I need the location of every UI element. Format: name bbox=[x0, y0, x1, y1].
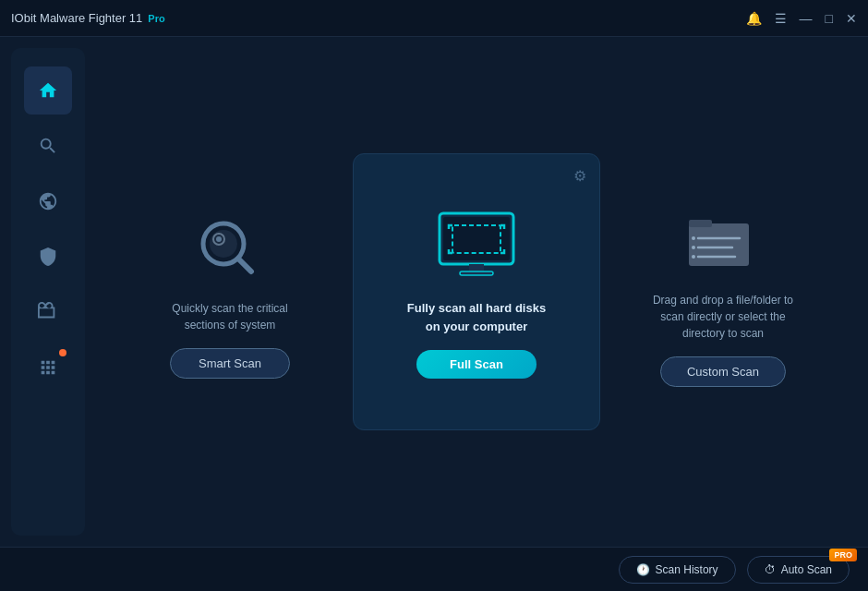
maximize-icon[interactable]: □ bbox=[826, 11, 833, 26]
content-area: Quickly scan the critical sections of sy… bbox=[85, 37, 868, 547]
svg-point-16 bbox=[692, 246, 695, 249]
sidebar-item-home[interactable] bbox=[24, 66, 72, 115]
sidebar-item-tools[interactable] bbox=[24, 288, 72, 336]
minimize-icon[interactable]: — bbox=[800, 11, 813, 26]
close-icon[interactable]: ✕ bbox=[846, 11, 857, 26]
menu-icon[interactable]: ☰ bbox=[775, 11, 787, 26]
smart-scan-desc: Quickly scan the critical sections of sy… bbox=[156, 300, 304, 333]
full-scan-card: ⚙ bbox=[353, 153, 600, 430]
svg-point-15 bbox=[692, 236, 695, 240]
notification-icon[interactable]: 🔔 bbox=[746, 11, 762, 26]
app-title: IObit Malware Fighter 11 bbox=[11, 11, 142, 25]
svg-point-17 bbox=[692, 255, 695, 259]
auto-scan-label: Auto Scan bbox=[781, 563, 832, 576]
smart-scan-icon bbox=[184, 211, 276, 285]
scan-cards: Quickly scan the critical sections of sy… bbox=[107, 172, 846, 412]
bottom-bar: 🕐 Scan History ⏱ Auto Scan PRO bbox=[0, 547, 868, 591]
svg-rect-8 bbox=[469, 264, 484, 271]
custom-scan-desc: Drag and drop a file/folder to scan dire… bbox=[649, 292, 797, 342]
svg-rect-10 bbox=[689, 223, 749, 266]
sidebar bbox=[11, 48, 85, 536]
custom-scan-card: Drag and drop a file/folder to scan dire… bbox=[600, 172, 846, 412]
history-icon: 🕐 bbox=[636, 563, 650, 576]
apps-badge bbox=[59, 349, 66, 356]
main-layout: Quickly scan the critical sections of sy… bbox=[0, 37, 868, 547]
settings-icon[interactable]: ⚙ bbox=[573, 167, 586, 185]
titlebar-left: IObit Malware Fighter 11 Pro bbox=[11, 11, 165, 25]
custom-scan-icon bbox=[677, 203, 769, 277]
titlebar-controls: 🔔 ☰ — □ ✕ bbox=[746, 11, 857, 26]
smart-scan-button[interactable]: Smart Scan bbox=[170, 348, 290, 379]
titlebar: IObit Malware Fighter 11 Pro 🔔 ☰ — □ ✕ bbox=[0, 0, 868, 37]
app-pro-badge: Pro bbox=[148, 13, 164, 24]
svg-line-4 bbox=[238, 259, 251, 271]
full-scan-button[interactable]: Full Scan bbox=[416, 350, 536, 379]
auto-scan-icon: ⏱ bbox=[765, 563, 776, 576]
svg-rect-11 bbox=[689, 220, 712, 227]
full-scan-desc: Fully scan all hard disks on your comput… bbox=[403, 299, 550, 335]
svg-rect-6 bbox=[443, 217, 510, 260]
sidebar-item-apps[interactable] bbox=[24, 344, 72, 392]
sidebar-item-scan[interactable] bbox=[24, 122, 72, 170]
pro-badge: PRO bbox=[829, 549, 857, 561]
smart-scan-card: Quickly scan the critical sections of sy… bbox=[107, 172, 353, 412]
svg-rect-9 bbox=[460, 271, 493, 275]
custom-scan-button[interactable]: Custom Scan bbox=[660, 356, 786, 387]
sidebar-item-network[interactable] bbox=[24, 177, 72, 225]
sidebar-item-shield[interactable] bbox=[24, 233, 72, 281]
svg-point-3 bbox=[216, 236, 222, 242]
scan-history-button[interactable]: 🕐 Scan History bbox=[619, 556, 736, 584]
full-scan-icon bbox=[430, 211, 523, 284]
scan-history-label: Scan History bbox=[656, 563, 718, 576]
svg-point-1 bbox=[210, 230, 237, 258]
